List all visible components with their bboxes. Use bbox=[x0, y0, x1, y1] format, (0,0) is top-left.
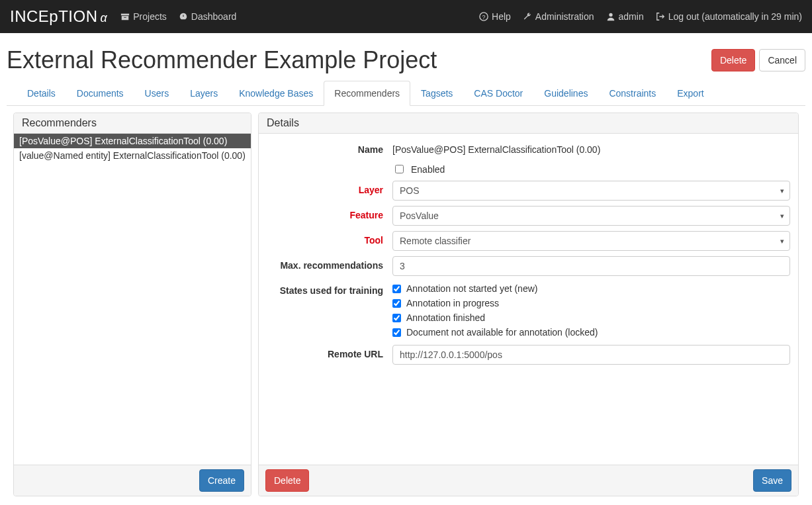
tab-recommenders[interactable]: Recommenders bbox=[324, 81, 410, 106]
state-checkbox-row[interactable]: Annotation not started yet (new) bbox=[392, 281, 790, 296]
layer-select[interactable]: POS bbox=[392, 181, 790, 201]
state-label: Annotation in progress bbox=[406, 298, 499, 308]
save-button[interactable]: Save bbox=[753, 469, 791, 492]
state-checkbox-row[interactable]: Annotation in progress bbox=[392, 296, 790, 310]
nav-projects[interactable]: Projects bbox=[120, 11, 167, 22]
nav-help-label: Help bbox=[492, 11, 511, 22]
delete-project-button[interactable]: Delete bbox=[711, 49, 755, 71]
enabled-checkbox-wrap[interactable]: Enabled bbox=[392, 160, 790, 175]
state-checkbox[interactable] bbox=[392, 285, 401, 293]
tab-constraints[interactable]: Constraints bbox=[598, 81, 666, 106]
tab-details[interactable]: Details bbox=[17, 81, 66, 106]
state-checkbox[interactable] bbox=[392, 314, 401, 322]
tab-guidelines[interactable]: Guidelines bbox=[533, 81, 598, 106]
label-tool: Tool bbox=[267, 231, 392, 246]
remote-url-input[interactable] bbox=[392, 345, 790, 365]
state-checkbox[interactable] bbox=[392, 299, 401, 308]
nav-help[interactable]: ? Help bbox=[479, 11, 511, 22]
label-states: States used for training bbox=[267, 281, 392, 296]
nav-admin-label: admin bbox=[619, 11, 644, 22]
recommenders-panel: Recommenders [PosValue@POS] ExternalClas… bbox=[13, 113, 251, 496]
state-checkbox-row[interactable]: Document not available for annotation (l… bbox=[392, 325, 790, 340]
label-max-rec: Max. recommendations bbox=[267, 256, 392, 271]
navbar: INCEpTIONα Projects Dashboard ? Help Adm… bbox=[0, 0, 812, 33]
nav-dashboard-label: Dashboard bbox=[191, 11, 237, 22]
list-item[interactable]: [value@Named entity] ExternalClassificat… bbox=[14, 148, 251, 163]
recommenders-heading: Recommenders bbox=[14, 113, 251, 134]
brand-text: INCEpTION bbox=[10, 7, 98, 25]
tab-layers[interactable]: Layers bbox=[179, 81, 228, 106]
label-remote-url: Remote URL bbox=[267, 345, 392, 359]
nav-administration[interactable]: Administration bbox=[523, 11, 594, 22]
state-label: Annotation not started yet (new) bbox=[406, 283, 537, 294]
details-panel: Details Name [PosValue@POS] ExternalClas… bbox=[258, 113, 799, 496]
feature-selected-value: PosValue bbox=[400, 210, 439, 221]
wrench-icon bbox=[523, 12, 532, 21]
state-checkbox-row[interactable]: Annotation finished bbox=[392, 310, 790, 325]
nav-logout-label: Log out (automatically in 29 min) bbox=[668, 11, 802, 22]
enabled-checkbox[interactable] bbox=[395, 165, 404, 173]
tab-users[interactable]: Users bbox=[134, 81, 180, 106]
list-item[interactable]: [PosValue@POS] ExternalClassificationToo… bbox=[14, 134, 251, 148]
dashboard-icon bbox=[179, 12, 188, 21]
project-tabs: Details Documents Users Layers Knowledge… bbox=[7, 81, 805, 106]
state-label: Document not available for annotation (l… bbox=[406, 327, 598, 338]
recommenders-list[interactable]: [PosValue@POS] ExternalClassificationToo… bbox=[14, 134, 251, 465]
svg-rect-2 bbox=[124, 17, 127, 18]
logout-icon bbox=[656, 12, 665, 21]
label-feature: Feature bbox=[267, 206, 392, 220]
feature-select[interactable]: PosValue bbox=[392, 206, 790, 226]
nav-administration-label: Administration bbox=[535, 11, 594, 22]
tool-selected-value: Remote classifier bbox=[400, 236, 471, 246]
svg-point-5 bbox=[609, 13, 612, 17]
label-layer: Layer bbox=[267, 181, 392, 195]
nav-logout[interactable]: Log out (automatically in 29 min) bbox=[656, 11, 802, 22]
tab-documents[interactable]: Documents bbox=[66, 81, 134, 106]
svg-rect-0 bbox=[121, 14, 129, 16]
cancel-button[interactable]: Cancel bbox=[759, 49, 805, 71]
tab-tagsets[interactable]: Tagsets bbox=[410, 81, 463, 106]
label-name: Name bbox=[267, 140, 392, 155]
tab-knowledge-bases[interactable]: Knowledge Bases bbox=[228, 81, 324, 106]
layer-selected-value: POS bbox=[400, 185, 420, 196]
tab-cas-doctor[interactable]: CAS Doctor bbox=[463, 81, 533, 106]
question-icon: ? bbox=[479, 12, 488, 21]
page-header: External Recommender Example Project Del… bbox=[7, 46, 805, 74]
archive-icon bbox=[120, 12, 130, 21]
nav-projects-label: Projects bbox=[133, 11, 167, 22]
enabled-label: Enabled bbox=[411, 164, 445, 175]
value-name: [PosValue@POS] ExternalClassificationToo… bbox=[392, 140, 790, 155]
nav-dashboard[interactable]: Dashboard bbox=[179, 11, 237, 22]
user-icon bbox=[606, 12, 615, 21]
page-title: External Recommender Example Project bbox=[7, 46, 437, 74]
state-label: Annotation finished bbox=[406, 312, 485, 323]
tab-export[interactable]: Export bbox=[666, 81, 714, 106]
delete-recommender-button[interactable]: Delete bbox=[265, 469, 309, 492]
svg-text:?: ? bbox=[482, 14, 486, 21]
max-recommendations-input[interactable] bbox=[392, 256, 790, 276]
details-heading: Details bbox=[259, 113, 798, 134]
tool-select[interactable]: Remote classifier bbox=[392, 231, 790, 251]
nav-admin-user[interactable]: admin bbox=[606, 11, 644, 22]
brand[interactable]: INCEpTIONα bbox=[10, 7, 107, 26]
brand-alpha: α bbox=[101, 11, 108, 24]
state-checkbox[interactable] bbox=[392, 328, 401, 337]
create-button[interactable]: Create bbox=[199, 469, 244, 492]
svg-rect-1 bbox=[122, 16, 129, 20]
